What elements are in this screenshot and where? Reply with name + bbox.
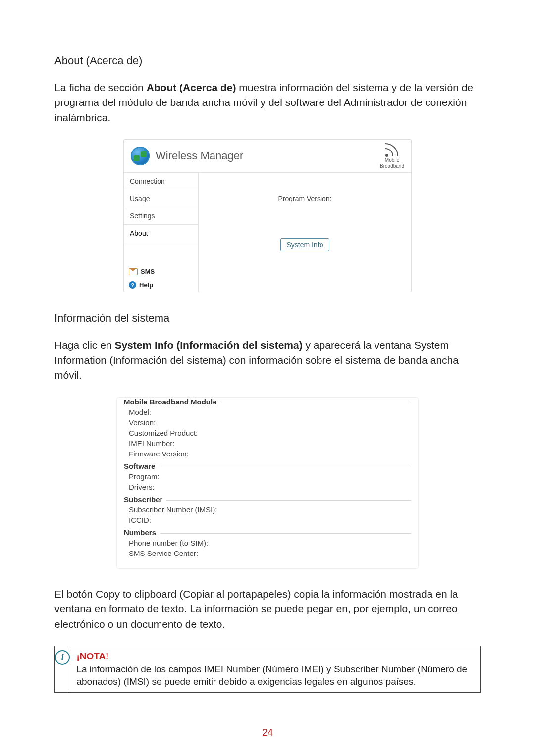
sysinfo-para-pre: Haga clic en xyxy=(54,339,114,351)
group-mobile-broadband-module: Mobile Broadband Module Model: Version: … xyxy=(124,403,411,464)
tab-usage[interactable]: Usage xyxy=(124,190,198,207)
section-intro-pre: La ficha de sección xyxy=(54,82,147,93)
program-version-label: Program Version: xyxy=(278,195,331,202)
help-link[interactable]: ? Help xyxy=(124,278,198,292)
note-text: La información de los campos IMEI Number… xyxy=(76,664,467,687)
system-information-window: Mobile Broadband Module Model: Version: … xyxy=(116,397,419,569)
field-firmware-version: Firmware Version: xyxy=(127,449,408,459)
section-heading: About (Acerca de) xyxy=(54,54,481,67)
brand-line2: Broadband xyxy=(380,164,404,169)
info-icon: i xyxy=(55,650,70,665)
group-title-software: Software xyxy=(124,462,159,470)
field-iccid: ICCID: xyxy=(127,515,408,525)
wm-header: Wireless Manager Mobile Broadband xyxy=(124,140,411,173)
signal-arc-icon xyxy=(385,143,399,157)
wm-title: Wireless Manager xyxy=(156,150,243,162)
field-imsi: Subscriber Number (IMSI): xyxy=(127,504,408,515)
mobile-broadband-logo: Mobile Broadband xyxy=(380,143,404,169)
sysinfo-subheading: Información del sistema xyxy=(54,312,481,325)
field-sms-service-center: SMS Service Center: xyxy=(127,548,408,558)
note-title: ¡NOTA! xyxy=(76,651,108,661)
group-software: Software Program: Drivers: xyxy=(124,467,411,497)
tab-connection[interactable]: Connection xyxy=(124,173,198,190)
group-subscriber: Subscriber Subscriber Number (IMSI): ICC… xyxy=(124,500,411,530)
note-body: ¡NOTA! La información de los campos IMEI… xyxy=(70,646,480,692)
field-drivers: Drivers: xyxy=(127,482,408,492)
page-number: 24 xyxy=(0,727,535,738)
note-icon-cell: i xyxy=(55,646,70,692)
help-link-label: Help xyxy=(139,281,153,289)
field-customized-product: Customized Product: xyxy=(127,428,408,438)
sms-icon xyxy=(129,268,138,275)
field-program: Program: xyxy=(127,471,408,482)
sysinfo-paragraph: Haga clic en System Info (Información de… xyxy=(54,338,481,383)
tab-settings[interactable]: Settings xyxy=(124,207,198,225)
sysinfo-para-bold: System Info (Información del sistema) xyxy=(114,339,302,351)
field-model: Model: xyxy=(127,407,408,417)
copy-clipboard-paragraph: El botón Copy to clipboard (Copiar al po… xyxy=(54,587,481,632)
group-title-numbers: Numbers xyxy=(124,528,160,537)
field-imei-number: IMEI Number: xyxy=(127,438,408,449)
section-intro: La ficha de sección About (Acerca de) mu… xyxy=(54,80,481,125)
field-phone-to-sim: Phone number (to SIM): xyxy=(127,538,408,548)
globe-signal-icon xyxy=(131,147,150,165)
note-box: i ¡NOTA! La información de los campos IM… xyxy=(54,646,481,693)
tab-about[interactable]: About xyxy=(124,225,198,242)
group-title-subscriber: Subscriber xyxy=(124,495,166,504)
system-info-button[interactable]: System Info xyxy=(280,238,330,251)
help-icon: ? xyxy=(129,281,136,289)
wireless-manager-window: Wireless Manager Mobile Broadband Connec… xyxy=(123,139,412,292)
section-intro-bold: About (Acerca de) xyxy=(147,82,236,93)
sms-link-label: SMS xyxy=(141,268,155,275)
brand-line1: Mobile xyxy=(380,158,404,163)
group-numbers: Numbers Phone number (to SIM): SMS Servi… xyxy=(124,533,411,563)
sms-link[interactable]: SMS xyxy=(124,265,198,278)
field-version: Version: xyxy=(127,417,408,428)
wm-sidebar: Connection Usage Settings About SMS ? He… xyxy=(124,173,199,292)
group-title-mbm: Mobile Broadband Module xyxy=(124,398,221,406)
wm-about-pane: Program Version: System Info xyxy=(199,173,411,292)
